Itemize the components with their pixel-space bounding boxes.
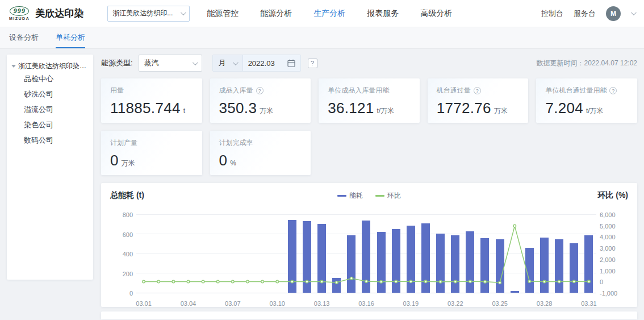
legend-item-2[interactable]: 环比 <box>375 191 401 201</box>
x-axis-label: 03.01 <box>136 300 152 307</box>
date-picker[interactable]: 2022.03 <box>242 55 300 71</box>
kpi-card: 用量11885.744t <box>101 78 202 123</box>
period-select[interactable]: 月 <box>213 55 242 71</box>
kpi-row-2: 计划产量0万米计划完成率0% <box>101 131 637 175</box>
energy-bar <box>451 235 459 293</box>
kpi-card: 计划完成率0% <box>210 131 311 175</box>
sidebar-item-1[interactable]: 品检中心 <box>24 71 89 86</box>
bar-slot <box>537 215 551 293</box>
y-axis-left-label: 800 <box>110 211 133 219</box>
kpi-unit: t/万米 <box>586 106 604 116</box>
bar-slot <box>240 215 255 293</box>
next-card-peek <box>101 311 637 319</box>
chart-bars <box>136 215 596 293</box>
x-axis-label: 03.16 <box>358 300 374 307</box>
bar-slot <box>552 215 567 293</box>
energy-bar <box>540 238 549 293</box>
kpi-card: 成品入库量?350.3万米 <box>210 78 311 123</box>
y-axis-right-label: 2,000 <box>600 256 628 264</box>
filter-row: 能源类型: 蒸汽 月 2022.03 <box>101 55 637 72</box>
kpi-label: 计划产量 <box>110 138 137 148</box>
x-axis-label: 03.19 <box>403 300 419 307</box>
energy-bar <box>377 232 386 293</box>
sidebar-item-3[interactable]: 溢流公司 <box>24 102 89 117</box>
info-icon[interactable]: ? <box>474 87 481 94</box>
sidebar-root-label: 浙江美欣达纺织印染科技印... <box>18 61 89 71</box>
chart-legend: 能耗环比 <box>110 191 628 201</box>
bar-slot <box>582 215 596 293</box>
main-nav: 能源管控能源分析生产分析报表服务高级分析 <box>207 9 452 19</box>
x-axis-label: 03.25 <box>492 300 508 307</box>
y-axis-left-label: 400 <box>110 250 133 258</box>
service-desk-link[interactable]: 服务台 <box>574 9 596 19</box>
y-axis-right-label: 0 <box>600 278 628 286</box>
energy-bar <box>407 226 415 293</box>
sidebar-tree-root[interactable]: 浙江美欣达纺织印染科技印... <box>11 61 89 71</box>
energy-bar <box>436 234 445 293</box>
nav-item-4[interactable]: 报表服务 <box>367 9 399 19</box>
energy-bar <box>525 248 534 293</box>
energy-bar <box>303 221 311 293</box>
x-axis-label: 03.10 <box>269 300 285 307</box>
nav-item-2[interactable]: 能源分析 <box>260 9 292 19</box>
sidebar-item-5[interactable]: 数码公司 <box>24 132 89 148</box>
x-axis-label: 03.04 <box>181 300 196 307</box>
bar-slot <box>344 215 359 293</box>
bar-slot <box>285 215 299 293</box>
data-updated-time: 数据更新时间：2022.04.07 12:02 <box>537 59 637 68</box>
date-value: 2022.03 <box>248 59 275 68</box>
energy-type-select[interactable]: 蒸汽 <box>139 55 202 72</box>
mizuda-logo-icon: 999 <box>10 6 29 16</box>
main-panel: 能源类型: 蒸汽 月 2022.03 <box>101 55 637 319</box>
info-icon[interactable]: ? <box>256 87 264 94</box>
x-axis-label: 03.28 <box>537 300 553 307</box>
sidebar-item-4[interactable]: 染色公司 <box>24 117 89 132</box>
legend-mark-icon <box>375 195 384 197</box>
x-axis-label: 03.22 <box>448 300 463 307</box>
header-right: 控制台 服务台 M <box>541 6 635 21</box>
help-icon[interactable]: ? <box>308 59 317 68</box>
chevron-down-icon <box>193 60 198 65</box>
bar-slot <box>433 215 448 293</box>
console-link[interactable]: 控制台 <box>541 9 563 19</box>
sidebar-item-2[interactable]: 砂洗公司 <box>24 86 89 102</box>
y-axis-right-label: 6,000 <box>600 211 628 219</box>
info-icon[interactable]: ? <box>609 87 617 94</box>
nav-item-5[interactable]: 高级分析 <box>420 9 452 19</box>
sub-tabbar: 设备分析单耗分析 <box>0 27 644 49</box>
bar-slot <box>151 215 166 293</box>
kpi-label: 机台通过量 <box>437 86 471 95</box>
app-header: 999 MIZUDA 美欣达印染 浙江美欣达纺织印... 能源管控能源分析生产分… <box>0 0 644 27</box>
kpi-label: 计划完成率 <box>219 138 253 148</box>
avatar-chevron-down-icon[interactable] <box>631 10 637 15</box>
energy-bar <box>362 221 370 293</box>
org-select[interactable]: 浙江美欣达纺织印... <box>107 6 190 22</box>
tab-2[interactable]: 单耗分析 <box>56 27 85 48</box>
bar-slot <box>492 215 507 293</box>
bar-slot <box>448 215 463 293</box>
org-select-value: 浙江美欣达纺织印... <box>112 9 173 18</box>
bar-slot <box>418 215 433 293</box>
nav-item-3[interactable]: 生产分析 <box>313 9 345 19</box>
bar-slot <box>196 215 211 293</box>
y-axis-left-label: 600 <box>110 231 133 239</box>
period-group: 月 2022.03 <box>212 55 301 72</box>
kpi-unit: t <box>183 107 185 115</box>
avatar[interactable]: M <box>606 6 621 21</box>
energy-type-value: 蒸汽 <box>144 58 159 68</box>
bar-slot <box>255 215 270 293</box>
bar-slot <box>388 215 403 293</box>
energy-bar <box>288 220 296 293</box>
kpi-card: 单位成品入库量用能36.121t/万米 <box>319 78 420 123</box>
kpi-card: 单位机台通过量用能?7.204t/万米 <box>536 78 637 123</box>
energy-bar <box>421 223 430 293</box>
kpi-card: 机台通过量?1772.76万米 <box>428 78 529 123</box>
legend-item-1[interactable]: 能耗 <box>337 191 363 201</box>
bar-slot <box>315 215 329 293</box>
energy-chart-card: 总能耗 (t) 能耗环比 环比 (%) 0200400600800-1,0000… <box>101 183 637 307</box>
nav-item-1[interactable]: 能源管控 <box>207 9 239 19</box>
energy-bar <box>584 235 593 293</box>
tab-1[interactable]: 设备分析 <box>9 27 39 48</box>
sidebar-tree: 品检中心砂洗公司溢流公司染色公司数码公司 <box>11 71 89 148</box>
bar-slot <box>136 215 151 293</box>
